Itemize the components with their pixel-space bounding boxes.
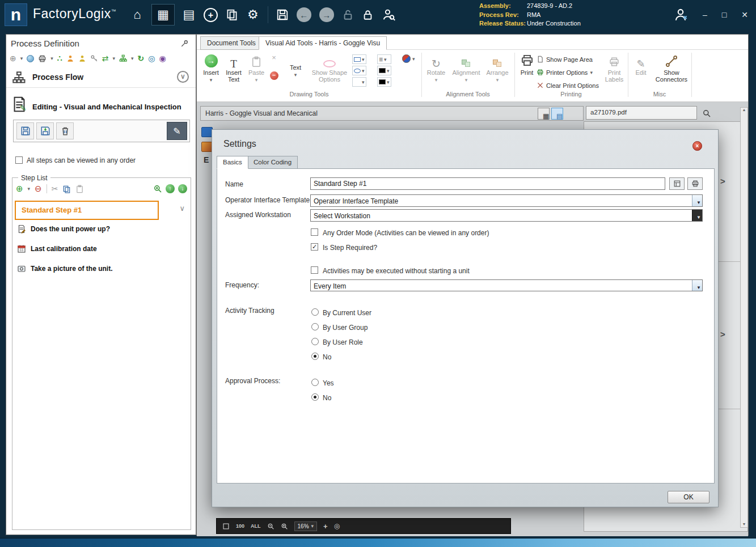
text-button[interactable]: Text ▾: [286, 53, 305, 78]
tree-dropdown-icon[interactable]: ▾: [131, 56, 134, 61]
globe-icon[interactable]: [27, 55, 34, 62]
add-icon[interactable]: ⊕: [10, 53, 16, 63]
assigned-workstation-select[interactable]: Select Workstation ▼: [310, 209, 703, 222]
network-icon[interactable]: ∴: [57, 53, 62, 63]
checklist-view-button[interactable]: ▤: [551, 108, 563, 120]
zoom-in-icon[interactable]: [281, 523, 288, 530]
right-scrollbar[interactable]: ▲ ▼: [740, 107, 748, 528]
tree-icon[interactable]: [119, 54, 127, 62]
scroll-down-icon[interactable]: ▼: [741, 522, 747, 526]
step-item[interactable]: Take a picture of the unit.: [17, 264, 112, 273]
orange-tool-icon[interactable]: [201, 142, 213, 152]
key-icon[interactable]: [90, 54, 98, 62]
add-dropdown-icon[interactable]: ▾: [20, 56, 23, 61]
text-dropdown-icon[interactable]: ▾: [294, 72, 297, 78]
blue-tool-icon[interactable]: [201, 127, 213, 137]
image-tool[interactable]: ▾: [402, 54, 415, 63]
image-dropdown-icon[interactable]: ▾: [412, 56, 415, 62]
tab-basics[interactable]: Basics: [217, 156, 248, 169]
step-item-selected[interactable]: Standard Step #1: [15, 201, 159, 220]
any-order-mode-checkbox[interactable]: [311, 228, 318, 236]
step-item[interactable]: Last calibration date: [17, 244, 97, 253]
line-style-tool[interactable]: ≡▾: [377, 54, 391, 64]
center-icon[interactable]: ◎: [334, 522, 340, 530]
move-up-icon[interactable]: ↑: [166, 184, 175, 193]
rectangle-dropdown-icon[interactable]: ▾: [362, 57, 365, 62]
documents-icon[interactable]: ▤: [182, 7, 196, 22]
show-page-area-button[interactable]: Show Page Area: [537, 56, 607, 63]
stroke-color-tool[interactable]: ▾: [377, 66, 391, 75]
tracking-no-radio[interactable]: [311, 353, 319, 360]
tracking-by-user-group-radio[interactable]: [311, 323, 319, 330]
tracking-by-current-user-radio[interactable]: [311, 308, 319, 316]
target-icon[interactable]: ◎: [148, 53, 155, 63]
combo-arrow-icon[interactable]: ▼: [692, 210, 702, 221]
copy-icon[interactable]: [62, 185, 71, 193]
scroll-up-icon[interactable]: ▲: [742, 108, 746, 112]
approval-no-radio[interactable]: [311, 393, 319, 401]
back-icon[interactable]: ←: [297, 7, 311, 22]
approval-yes-radio[interactable]: [311, 379, 319, 386]
rectangle-tool[interactable]: ▾: [352, 54, 366, 64]
zoom-step-icon[interactable]: [153, 184, 162, 193]
step-item[interactable]: Does the unit power up?: [17, 224, 110, 234]
delete-button[interactable]: [56, 122, 74, 139]
zoom-100-button[interactable]: 100: [236, 523, 244, 529]
fill-color-tool[interactable]: ▾: [377, 77, 391, 87]
remove-step-icon[interactable]: ⊖: [35, 184, 42, 194]
save-icon[interactable]: [276, 9, 289, 21]
more-shapes-tool[interactable]: ▾: [352, 77, 366, 87]
zoom-dropdown-icon[interactable]: ▾: [311, 523, 314, 529]
pdf-search-icon[interactable]: [700, 107, 712, 119]
ellipse-tool[interactable]: ▾: [352, 66, 366, 75]
maximize-button[interactable]: □: [722, 10, 727, 19]
gear-icon[interactable]: ⚙: [246, 7, 260, 22]
add-step-icon[interactable]: ⊕: [16, 184, 23, 194]
frequency-select[interactable]: Every Item ▼: [310, 279, 703, 291]
any-order-checkbox[interactable]: [15, 156, 23, 164]
collapse-icon[interactable]: ∨: [177, 71, 189, 83]
add-step-dropdown-icon[interactable]: ▾: [28, 186, 31, 192]
remove-shape-icon[interactable]: –: [270, 71, 278, 80]
tracking-by-user-role-radio[interactable]: [311, 338, 319, 345]
insert-text-button[interactable]: T Insert Text: [223, 53, 244, 83]
sync-icon[interactable]: ⇄: [102, 53, 109, 63]
printer-options-button[interactable]: Printer Options ▾: [537, 69, 607, 76]
expand-chevron-icon[interactable]: >: [720, 176, 725, 186]
move-down-icon[interactable]: ↓: [178, 184, 187, 193]
print-icon[interactable]: [38, 54, 47, 63]
print-dropdown-icon[interactable]: ▾: [50, 56, 53, 61]
process-flow-row[interactable]: Process Flow ∨: [6, 67, 196, 88]
is-step-required-checkbox[interactable]: ✓: [311, 243, 318, 251]
tab-visual-aid-tools[interactable]: Visual Aid Tools - Harris - Goggle Visu: [259, 36, 387, 50]
operator-interface-template-select[interactable]: Operator Interface Template ▼: [310, 194, 703, 207]
lock-icon[interactable]: [362, 9, 374, 21]
refresh-icon[interactable]: ↻: [138, 53, 145, 63]
process-definition-icon[interactable]: ▦: [152, 5, 174, 25]
navigator-icon[interactable]: +: [204, 8, 218, 22]
zoom-all-button[interactable]: ALL: [251, 523, 261, 529]
user-logout-icon[interactable]: [673, 7, 688, 22]
sync-dropdown-icon[interactable]: ▾: [112, 56, 115, 61]
user-icon[interactable]: [78, 54, 86, 62]
zoom-out-icon[interactable]: [267, 523, 274, 530]
purple-target-icon[interactable]: ◉: [159, 53, 166, 63]
clear-print-options-button[interactable]: Clear Print Options: [537, 82, 607, 89]
printer-options-dropdown-icon[interactable]: ▾: [590, 70, 593, 75]
expand-chevron-icon[interactable]: >: [720, 329, 725, 339]
edit-step-button[interactable]: ✎: [167, 122, 187, 140]
insert-dropdown-icon[interactable]: ▾: [210, 77, 213, 83]
ok-button[interactable]: OK: [668, 491, 709, 503]
pin-icon[interactable]: [180, 39, 189, 48]
close-button[interactable]: ✕: [741, 10, 748, 19]
pdf-name-box[interactable]: a271079.pdf: [586, 106, 697, 120]
zoom-level-select[interactable]: 16%▾: [294, 521, 318, 531]
name-print-button[interactable]: [687, 177, 703, 190]
stroke-color-dropdown-icon[interactable]: ▾: [387, 68, 390, 74]
line-style-dropdown-icon[interactable]: ▾: [384, 57, 387, 62]
grid-view-button[interactable]: ▦: [538, 108, 550, 120]
shapes-dropdown-icon[interactable]: ▾: [362, 79, 365, 85]
pan-icon[interactable]: +: [323, 522, 328, 531]
insert-button[interactable]: → Insert ▾: [200, 53, 222, 83]
tab-color-coding[interactable]: Color Coding: [247, 156, 298, 169]
